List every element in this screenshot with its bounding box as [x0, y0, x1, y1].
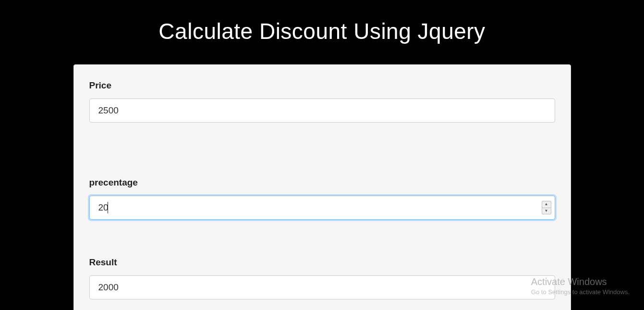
price-field-group: Price: [89, 80, 555, 123]
stepper-up-icon[interactable]: ▲: [542, 201, 551, 208]
price-label: Price: [89, 80, 555, 91]
result-label: Result: [89, 257, 555, 268]
spacer: [89, 131, 555, 177]
page-title: Calculate Discount Using Jquery: [0, 0, 644, 54]
result-input[interactable]: [89, 275, 555, 299]
percentage-label: precentage: [89, 177, 555, 188]
text-caret: [108, 202, 108, 213]
percentage-input-wrapper: ▲ ▼: [89, 196, 555, 220]
percentage-input[interactable]: [89, 196, 555, 220]
result-field-group: Result: [89, 257, 555, 299]
price-input[interactable]: [89, 99, 555, 123]
percentage-field-group: precentage ▲ ▼: [89, 177, 555, 220]
number-stepper[interactable]: ▲ ▼: [542, 201, 551, 214]
spacer: [89, 228, 555, 257]
form-panel: Price precentage ▲ ▼ Result: [73, 64, 571, 310]
stepper-down-icon[interactable]: ▼: [542, 208, 551, 214]
